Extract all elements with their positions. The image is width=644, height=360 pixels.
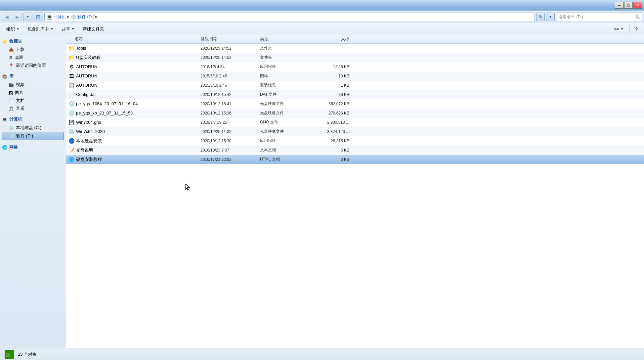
breadcrumb-arrow-1: ▶ <box>67 15 70 19</box>
minimize-button[interactable]: ─ <box>615 2 623 9</box>
file-name: 硬盘安装教程 <box>76 157 200 162</box>
file-size: 3 KB <box>306 157 349 162</box>
maximize-button[interactable]: □ <box>624 2 633 9</box>
sidebar-header-computer[interactable]: 💻 计算机 <box>2 116 64 122</box>
sidebar-item-pictures[interactable]: 🖼 图片 <box>2 89 64 97</box>
sidebar-item-downloads[interactable]: 📥 下载 <box>2 46 64 54</box>
table-row[interactable]: 🖼AUTORUN2015/5/10 2:45图标10 KB <box>66 71 644 81</box>
file-type: 文件夹 <box>260 45 306 51</box>
drive-c-icon: 💿 <box>9 125 14 130</box>
sidebar-item-documents[interactable]: 📄 文档 <box>2 97 64 105</box>
sidebar-item-localc[interactable]: 💿 本地磁盘 (C:) <box>2 124 64 132</box>
computer-icon: 💻 <box>2 117 7 122</box>
breadcrumb-drive[interactable]: 💿 软件 (D:) <box>71 14 94 20</box>
file-date: 2016/1/8 4:54 <box>200 65 260 69</box>
share-label: 共享 <box>62 26 70 32</box>
window-controls: ─ □ ✕ <box>615 2 642 9</box>
help-button[interactable]: ? <box>632 24 641 34</box>
app-icon: ⊞ <box>4 349 15 360</box>
column-header: 名称 修改日期 类型 大小 <box>66 35 644 44</box>
sidebar-downloads-label: 下载 <box>16 47 24 53</box>
col-name-header[interactable]: 名称 <box>68 36 200 42</box>
file-size: 36 KB <box>306 92 349 97</box>
table-row[interactable]: 📝光盘说明2016/10/23 7:07文本文档5 KB <box>66 146 644 155</box>
file-date: 2020/12/25 14:52 <box>200 55 260 60</box>
col-date-header[interactable]: 修改日期 <box>200 36 260 42</box>
svg-text:⊞: ⊞ <box>5 351 11 358</box>
sidebar-item-desktop[interactable]: 🖥 桌面 <box>2 54 64 62</box>
file-type: 文件夹 <box>260 55 306 60</box>
sidebar-recent-label: 最近访问的位置 <box>16 63 46 68</box>
dropdown-button[interactable]: ▼ <box>23 13 32 21</box>
table-row[interactable]: 📋AUTORUN2015/5/10 2:45安装信息1 KB <box>66 81 644 90</box>
search-dropdown-button[interactable]: ▼ <box>546 13 555 21</box>
toolbar: 组织 ▼ 包含到库中 ▼ 共享 ▼ 新建文件夹 ≡≡ ▼ ? <box>0 23 644 35</box>
svg-text:⊞: ⊞ <box>37 16 40 19</box>
breadcrumb-computer[interactable]: 💻 计算机 <box>47 14 66 20</box>
organize-button[interactable]: 组织 ▼ <box>3 24 23 34</box>
file-type: 光盘映像文件 <box>260 110 306 116</box>
file-size: 652,072 KB <box>306 102 349 106</box>
table-row[interactable]: 🔵本地硬盘安装2020/10/12 15:30应用程序28,315 KB <box>66 136 644 146</box>
file-size: 28,315 KB <box>306 139 349 143</box>
icon-button[interactable]: ⊞ <box>34 13 43 21</box>
file-date: 2015/5/10 2:45 <box>200 83 260 88</box>
breadcrumb-bar[interactable]: 💻 计算机 ▶ 💿 软件 (D:) ▶ <box>44 13 535 21</box>
close-button[interactable]: ✕ <box>633 2 642 9</box>
back-button[interactable]: ◀ <box>2 13 11 21</box>
view-button[interactable]: ≡≡ ▼ <box>611 24 627 34</box>
sidebar-documents-label: 文档 <box>16 98 24 104</box>
picture-icon: 🖼 <box>9 90 13 95</box>
refresh-button[interactable]: ↻ <box>536 13 545 21</box>
sidebar-item-locald[interactable]: 💿 软件 (D:) <box>2 132 64 140</box>
file-date: 2020/10/12 15:30 <box>200 139 260 143</box>
library-icon: 📚 <box>2 74 7 79</box>
col-size-header[interactable]: 大小 <box>306 36 349 42</box>
file-area: 名称 修改日期 类型 大小 📁Tools2020/12/25 14:52文件夹📁… <box>66 35 644 348</box>
col-type-header[interactable]: 类型 <box>260 36 306 42</box>
table-row[interactable]: 💿pe_yqs_xp_20_07_31_15_532020/10/12 15:3… <box>66 109 644 118</box>
star-icon: ⭐ <box>2 39 7 44</box>
search-icon[interactable]: 🔍 <box>634 14 640 19</box>
view-icon: ≡≡ <box>614 26 619 31</box>
document-icon: 📄 <box>9 98 14 103</box>
network-icon: 🌐 <box>2 145 7 150</box>
search-input[interactable] <box>558 15 634 19</box>
include-library-dropdown-icon: ▼ <box>50 27 54 31</box>
sidebar-item-videos[interactable]: 🎬 视频 <box>2 81 64 89</box>
file-name: Win7x64.gho <box>76 120 200 125</box>
file-date: 2020/10/12 15:36 <box>200 111 260 115</box>
table-row[interactable]: ⚙AUTORUN2016/1/8 4:54应用程序1,926 KB <box>66 62 644 71</box>
file-size: 2,900,813 ... <box>306 120 349 125</box>
sidebar-music-label: 音乐 <box>16 106 24 112</box>
file-date: 2016/11/21 22:03 <box>200 157 260 162</box>
file-type: HTML 文档 <box>260 157 306 162</box>
music-icon: 🎵 <box>9 106 14 111</box>
sidebar-item-recent[interactable]: 📍 最近访问的位置 <box>2 62 64 69</box>
breadcrumb-label-drive: 软件 (D:) <box>77 14 94 20</box>
share-button[interactable]: 共享 ▼ <box>58 24 78 34</box>
table-row[interactable]: 📄Config.dat2020/10/12 15:42DAT 文件36 KB <box>66 90 644 99</box>
file-name: Config.dat <box>76 92 200 97</box>
file-name: Tools <box>76 46 200 51</box>
include-library-button[interactable]: 包含到库中 ▼ <box>24 24 57 34</box>
sidebar-header-favorites[interactable]: ⭐ 收藏夹 <box>2 38 64 44</box>
table-row[interactable]: 💿Win7x64_20202020/12/25 11:32光盘映像文件3,874… <box>66 127 644 136</box>
table-row[interactable]: 💾Win7x64.gho2019/9/7 19:25GHO 文件2,900,81… <box>66 118 644 127</box>
new-folder-button[interactable]: 新建文件夹 <box>79 24 108 34</box>
file-name: Win7x64_2020 <box>76 129 200 134</box>
drive-d-icon: 💿 <box>9 134 14 139</box>
sidebar-item-music[interactable]: 🎵 音乐 <box>2 105 64 112</box>
sidebar: ⭐ 收藏夹 📥 下载 🖥 桌面 📍 最近访问的位置 📚 库 <box>0 35 66 348</box>
search-box[interactable]: 🔍 <box>556 13 642 21</box>
forward-button[interactable]: ▶ <box>13 13 22 21</box>
file-type: 安装信息 <box>260 82 306 88</box>
sidebar-header-library[interactable]: 📚 库 <box>2 73 64 79</box>
sidebar-section-computer: 💻 计算机 💿 本地磁盘 (C:) 💿 软件 (D:) <box>2 116 64 140</box>
file-date: 2016/10/23 7:07 <box>200 148 260 153</box>
table-row[interactable]: 📁Tools2020/12/25 14:52文件夹 <box>66 44 644 53</box>
table-row[interactable]: 💿pe_yqs_1064_20_07_31_16_042020/10/12 15… <box>66 99 644 109</box>
table-row[interactable]: 📁U盘安装教程2020/12/25 14:52文件夹 <box>66 53 644 62</box>
table-row[interactable]: 🌐硬盘安装教程2016/11/21 22:03HTML 文档3 KB <box>66 155 644 164</box>
sidebar-header-network[interactable]: 🌐 网络 <box>2 144 64 150</box>
